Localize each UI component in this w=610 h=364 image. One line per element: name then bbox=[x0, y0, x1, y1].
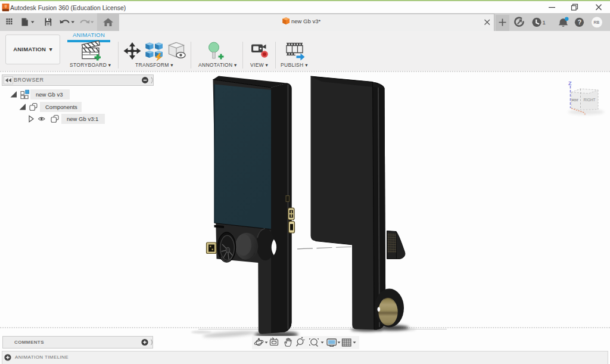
svg-text:RIGHT: RIGHT bbox=[584, 98, 596, 102]
svg-text:?: ? bbox=[578, 18, 581, 26]
svg-text:x: x bbox=[584, 112, 586, 116]
svg-text:1: 1 bbox=[543, 19, 546, 26]
svg-text:FRONT: FRONT bbox=[571, 98, 578, 102]
svg-text:Z: Z bbox=[568, 80, 572, 86]
svg-text:RB: RB bbox=[594, 20, 600, 24]
